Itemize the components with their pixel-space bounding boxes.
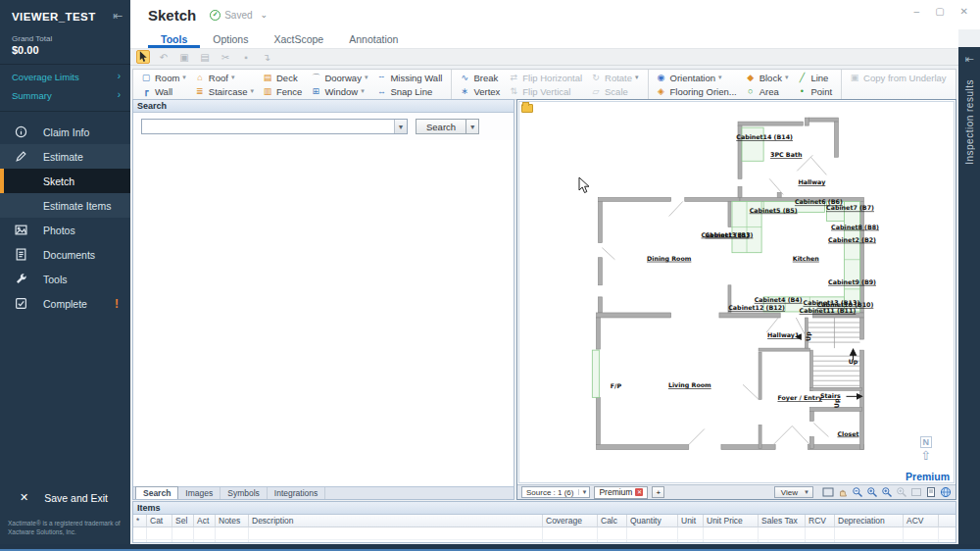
items-column-calc[interactable]: Calc: [598, 515, 627, 526]
zoom-out-icon[interactable]: [851, 486, 863, 499]
inspection-results-strip[interactable]: ⇤ Inspection results: [958, 47, 980, 544]
toolbar-button-staircase[interactable]: ≣Staircase▾: [191, 84, 257, 98]
zoom-in-icon[interactable]: [865, 486, 878, 499]
staircase-icon: ≣: [194, 86, 206, 96]
items-column-acv[interactable]: ACV: [904, 515, 939, 526]
cut-icon[interactable]: ✂: [219, 50, 232, 64]
sidebar-item-estimate[interactable]: Estimate: [0, 144, 130, 169]
pointer-icon[interactable]: [136, 50, 150, 64]
underlay-folder-icon[interactable]: [521, 104, 533, 113]
maximize-button[interactable]: ▢: [935, 6, 944, 17]
search-button[interactable]: Search: [416, 119, 466, 134]
search-panel-header: Search: [133, 100, 514, 113]
copy-icon[interactable]: ▣: [177, 50, 191, 64]
toolbar-button-flooring-orien[interactable]: ◈Flooring Orien...: [653, 84, 740, 98]
undo-icon[interactable]: ↶: [157, 50, 171, 64]
view-select-icon[interactable]: [821, 486, 834, 499]
items-column-unit-price[interactable]: Unit Price: [704, 515, 759, 526]
tab-annotation[interactable]: Annotation: [336, 29, 411, 48]
room-label: Cabinet8 (B8): [831, 224, 879, 230]
sidebar-item-photos[interactable]: Photos: [0, 218, 130, 242]
grand-total-label: Grand Total: [12, 34, 119, 43]
minimize-button[interactable]: –: [914, 6, 920, 17]
tab-options[interactable]: Options: [200, 29, 261, 48]
search-combobox[interactable]: ▼: [141, 119, 408, 134]
inspection-results-label: Inspection results: [964, 79, 975, 165]
sidebar-item-complete[interactable]: Complete!: [0, 291, 130, 316]
chevron-down-icon: ▾: [718, 74, 722, 81]
items-column-quantity[interactable]: Quantity: [627, 515, 678, 526]
page-icon[interactable]: [924, 486, 937, 499]
zoom-window-icon[interactable]: [880, 486, 893, 499]
toolbar-button-snap-line[interactable]: ↔Snap Line: [372, 84, 445, 98]
toolbar-button-window[interactable]: ⊞Window▾: [307, 84, 370, 98]
search-tab-symbols[interactable]: Symbols: [220, 487, 268, 499]
toolbar-button-vertex[interactable]: ∗Vertex: [456, 84, 503, 98]
toolbar-button-line[interactable]: ╱Line: [793, 71, 835, 84]
items-column-cat[interactable]: Cat: [147, 515, 172, 526]
saved-check-icon: ✓: [210, 10, 220, 21]
search-options-dropdown[interactable]: ▼: [466, 119, 479, 134]
toolbar-button-point[interactable]: •Point: [793, 84, 835, 98]
titlebar: Sketch ✓ Saved ⌄ –▢✕: [130, 0, 980, 29]
lock-icon[interactable]: ▪: [239, 50, 253, 64]
chevron-down-icon: ▾: [250, 87, 254, 95]
toolbar-button-missing-wall[interactable]: ╌Missing Wall: [372, 71, 445, 84]
sidebar-item-claim-info[interactable]: Claim Info: [0, 120, 130, 144]
toolbar-button-wall[interactable]: ┏Wall: [137, 84, 189, 98]
sidebar-item-tools[interactable]: Tools: [0, 267, 130, 291]
items-column-act[interactable]: Act: [194, 515, 216, 526]
chevron-down-icon[interactable]: ⌄: [261, 10, 269, 20]
items-column-depreciation[interactable]: Depreciation: [835, 515, 904, 526]
import-icon[interactable]: ↴: [260, 50, 273, 64]
sidebar-item-estimate-items[interactable]: Estimate Items: [0, 193, 130, 218]
sheet-tab-premium[interactable]: Premium ✕: [594, 486, 648, 499]
search-input[interactable]: [142, 120, 393, 133]
globe-icon[interactable]: [939, 486, 952, 499]
paste-icon[interactable]: ▤: [198, 50, 212, 64]
sidebar-item-sketch[interactable]: Sketch: [0, 169, 130, 193]
search-tab-integrations[interactable]: Integrations: [268, 487, 325, 499]
sidebar-link-coverage-limits[interactable]: Coverage Limits›: [0, 68, 130, 86]
search-tab-images[interactable]: Images: [178, 487, 220, 499]
toolbar-button-roof[interactable]: ⌂Roof▾: [191, 71, 257, 84]
items-grid-body[interactable]: [133, 527, 956, 542]
items-column-description[interactable]: Description: [249, 515, 543, 526]
add-sheet-button[interactable]: +: [652, 486, 664, 498]
pan-icon[interactable]: [836, 486, 849, 499]
toolbar-button-area[interactable]: ○Area: [742, 84, 792, 98]
items-column-sales-tax[interactable]: Sales Tax: [759, 515, 806, 526]
toolbar-button-deck[interactable]: ▤Deck: [259, 71, 305, 84]
rotate-icon: ↻: [590, 73, 602, 82]
sketch-canvas[interactable]: Cabinet14 (B14)3PC BathHallwayCabinet5 (…: [517, 100, 956, 484]
toolbar-button-break[interactable]: ∿Break: [456, 71, 503, 84]
combo-dropdown-icon[interactable]: ▼: [394, 120, 407, 133]
source-selector[interactable]: Source : 1 (6) ▼: [521, 486, 590, 498]
toolbar-button-block[interactable]: ◆Block▾: [742, 71, 792, 84]
copy-from-underlay-icon: ▣: [849, 73, 860, 82]
sidebar-link-summary[interactable]: Summary›: [0, 86, 130, 105]
items-column-coverage[interactable]: Coverage: [543, 515, 598, 526]
close-button[interactable]: ✕: [960, 6, 968, 17]
toolbar-button-fence[interactable]: ▥Fence: [259, 84, 305, 98]
items-column-star[interactable]: *: [133, 515, 147, 526]
close-x-icon: ✕: [20, 491, 28, 504]
expand-panel-icon[interactable]: ⇤: [964, 53, 973, 66]
items-column-rcv[interactable]: RCV: [806, 515, 835, 526]
toolbar-button-doorway[interactable]: ⌒Doorway▾: [307, 71, 370, 84]
items-column-unit[interactable]: Unit: [678, 515, 704, 526]
items-column-notes[interactable]: Notes: [216, 515, 249, 526]
tab-tools[interactable]: Tools: [148, 29, 200, 48]
sidebar-item-documents[interactable]: Documents: [0, 242, 130, 267]
toolbar-button-orientation[interactable]: ◉Orientation▾: [653, 71, 740, 84]
items-body-cell: [759, 527, 806, 542]
search-tab-search[interactable]: Search: [135, 486, 178, 499]
view-dropdown-button[interactable]: View ▼: [774, 486, 813, 498]
sheet-close-icon[interactable]: ✕: [635, 488, 643, 496]
items-column-sel[interactable]: Sel: [172, 515, 194, 526]
save-and-exit-button[interactable]: ✕ Save and Exit: [0, 487, 130, 509]
toolbar-button-room[interactable]: ▢Room▾: [137, 71, 189, 84]
items-column-headers: *CatSelActNotesDescriptionCoverageCalcQu…: [133, 515, 956, 527]
tab-xactscope[interactable]: XactScope: [261, 29, 336, 48]
sidebar-collapse-icon[interactable]: ⇤: [113, 9, 122, 23]
